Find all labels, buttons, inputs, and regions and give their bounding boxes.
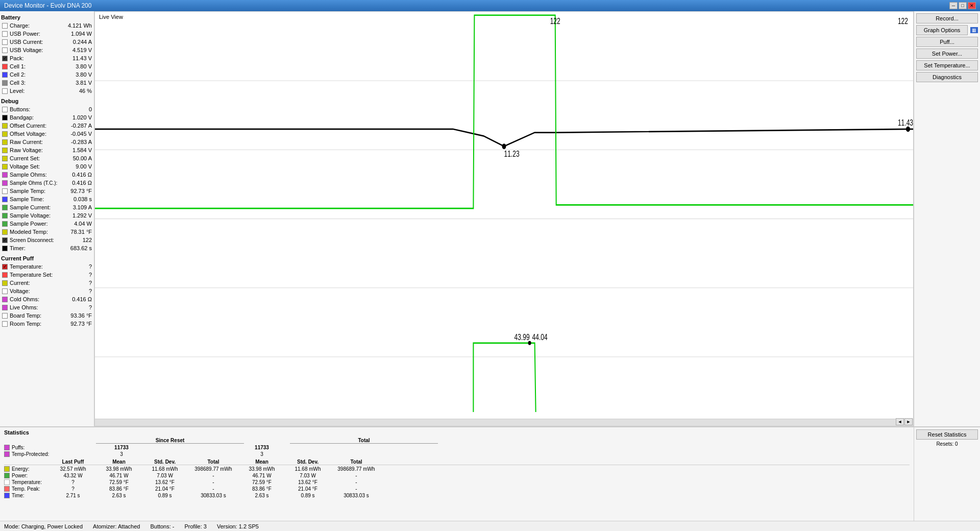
chart-zoom-in-button[interactable]: ► (904, 418, 913, 425)
cell3-value: 3.81 V (64, 80, 92, 86)
chart-button-area: ◄ ► (895, 418, 913, 426)
minimize-button[interactable]: ─ (949, 2, 958, 9)
energy-std2: 11.68 mWh (285, 466, 331, 472)
temp-peak-std: 21.04 °F (142, 486, 188, 492)
voltage-set-label: Voltage Set: (10, 163, 64, 170)
cell1-label: Cell 1: (10, 63, 64, 69)
energy-total2: 398689.77 mWh (331, 466, 382, 472)
sample-time-color (2, 197, 8, 202)
temp-stat-color (4, 479, 10, 485)
cp-temperature-label: Temperature: (10, 263, 64, 270)
sample-current-color (2, 205, 8, 210)
maximize-button[interactable]: □ (959, 2, 967, 9)
cp-cold-ohms-color (2, 297, 8, 302)
timer-row: Timer: 683.62 s (1, 244, 93, 252)
modeled-temp-color (2, 229, 8, 235)
temp-peak-mean2: 83.86 °F (239, 486, 285, 492)
record-button[interactable]: Record... (916, 13, 978, 23)
charge-label: Charge: (10, 22, 64, 29)
pack-checkbox[interactable]: ✓ (2, 56, 8, 61)
raw-current-label: Raw Current: (10, 139, 64, 145)
graph-options-icon: ▦ (970, 27, 978, 33)
level-color (2, 88, 8, 94)
cp-room-temp-label: Room Temp: (10, 321, 64, 327)
cp-current-value: ? (64, 280, 92, 286)
cp-temperature-row: ✓ Temperature: ? (1, 262, 93, 271)
cell3-row: Cell 3: 3.81 V (1, 79, 93, 87)
cp-live-ohms-row: Live Ohms: ? (1, 303, 93, 311)
usb-voltage-value: 4.519 V (64, 47, 92, 53)
sample-ohms-value: 0.416 Ω (64, 172, 92, 178)
main-chart-svg: 122 122 11.23 11.43 43.99 44.04 (95, 12, 913, 426)
svg-point-13 (528, 341, 531, 345)
power-std2: 7.03 W (285, 473, 331, 478)
temp-peak-total2: - (331, 486, 382, 492)
cp-voltage-label: Voltage: (10, 288, 64, 294)
window-title: Device Monitor - Evolv DNA 200 (4, 2, 91, 9)
cp-current-row: Current: ? (1, 279, 93, 287)
cp-temperature-checkbox[interactable]: ✓ (2, 264, 8, 270)
col-empty (4, 459, 50, 465)
energy-mean: 33.98 mWh (96, 466, 142, 472)
raw-current-row: Raw Current: -0.283 A (1, 138, 93, 146)
cell1-row: Cell 1: 3.80 V (1, 62, 93, 70)
horizontal-scrollbar[interactable] (95, 419, 913, 426)
col-std-sr: Std. Dev. (142, 459, 188, 465)
screen-disconnect-row: ✓ Screen Disconnect: 122 (1, 236, 93, 244)
set-temperature-button[interactable]: Set Temperature... (916, 60, 978, 70)
puffs-color-sr (4, 445, 10, 450)
set-power-button[interactable]: Set Power... (916, 49, 978, 59)
power-total: - (188, 473, 239, 478)
buttons-status: Buttons: - (150, 523, 174, 529)
raw-voltage-value: 1.584 V (64, 147, 92, 153)
raw-current-color (2, 139, 8, 145)
left-panel: Battery Charge: 4.121 Wh USB Power: 1.09… (0, 11, 94, 426)
cp-board-temp-row: Board Temp: 93.36 °F (1, 311, 93, 320)
chart-zoom-out-button[interactable]: ◄ (896, 418, 904, 425)
usb-power-value: 1.094 W (64, 31, 92, 37)
diagnostics-button[interactable]: Diagnostics (916, 72, 978, 82)
time-std2: 0.89 s (285, 493, 331, 498)
cp-live-ohms-value: ? (64, 304, 92, 310)
close-button[interactable]: ✕ (968, 2, 976, 9)
top-section: Battery Charge: 4.121 Wh USB Power: 1.09… (0, 11, 980, 426)
mode-status: Mode: Charging, Power Locked (4, 523, 83, 529)
temp-peak-total: - (188, 486, 239, 492)
usb-current-row: USB Current: 0.244 A (1, 38, 93, 46)
timer-color (2, 246, 8, 251)
raw-current-value: -0.283 A (64, 139, 92, 145)
time-mean: 2.63 s (96, 493, 142, 498)
sample-temp-label: Sample Temp: (10, 188, 64, 194)
power-mean: 46.71 W (96, 473, 142, 478)
level-value: 46 % (64, 88, 92, 94)
cp-temperature-value: ? (64, 263, 92, 270)
sample-voltage-label: Sample Voltage: (10, 212, 64, 219)
current-set-row: Current Set: 50.00 A (1, 154, 93, 162)
cell2-value: 3.80 V (64, 71, 92, 78)
svg-text:11.23: 11.23 (504, 149, 519, 158)
timer-value: 683.62 s (64, 245, 92, 251)
offset-current-value: -0.287 A (64, 123, 92, 129)
puffs-total-value: 11733 (239, 445, 285, 450)
screen-disconnect-label: Screen Disconnect: (10, 237, 64, 243)
sample-ohms-tc-value: 0.416 Ω (64, 180, 92, 186)
sample-voltage-value: 1.292 V (64, 212, 92, 219)
svg-text:122: 122 (898, 17, 908, 26)
modeled-temp-row: Modeled Temp: 78.31 °F (1, 228, 93, 236)
screen-disconnect-value: 122 (64, 237, 92, 243)
graph-options-button[interactable]: Graph Options (916, 25, 968, 35)
usb-current-value: 0.244 A (64, 39, 92, 45)
cell3-label: Cell 3: (10, 80, 64, 86)
title-bar: Device Monitor - Evolv DNA 200 ─ □ ✕ (0, 0, 980, 11)
puff-button[interactable]: Puff... (916, 37, 978, 47)
stats-right-panel: Reset Statistics Resets: 0 (914, 427, 980, 521)
reset-statistics-button[interactable]: Reset Statistics (916, 429, 978, 440)
temp-total: - (188, 479, 239, 485)
cp-voltage-row: Voltage: ? (1, 287, 93, 295)
screen-disconnect-checkbox[interactable]: ✓ (2, 237, 8, 243)
temp-last-puff: ? (50, 479, 96, 485)
temp-stats-row: Temperature: ? 72.59 °F 13.62 °F - 72.59… (4, 479, 910, 485)
cp-room-temp-value: 92.73 °F (64, 321, 92, 327)
time-stats-row: Time: 2.71 s 2.63 s 0.89 s 30833.03 s 2.… (4, 493, 910, 498)
resets-label: Resets: 0 (916, 441, 978, 447)
